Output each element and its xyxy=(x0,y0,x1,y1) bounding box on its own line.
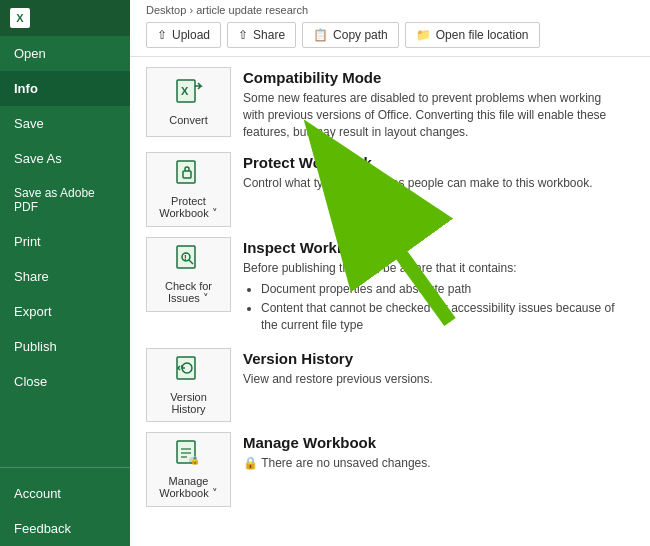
svg-text:!: ! xyxy=(184,253,187,262)
copy-path-button[interactable]: 📋 Copy path xyxy=(302,22,399,48)
info-row-check: ! Check for Issues ˅ Inspect Workbook Be… xyxy=(146,237,634,337)
protect-icon xyxy=(173,159,205,191)
manage-desc-text: There are no unsaved changes. xyxy=(261,456,430,470)
info-row-protect: Protect Workbook ˅ Protect Workbook Cont… xyxy=(146,152,634,227)
protect-label: Protect Workbook ˅ xyxy=(159,195,217,220)
manage-desc: 🔒 There are no unsaved changes. xyxy=(243,455,622,472)
check-desc-item-2: Content that cannot be checked for acces… xyxy=(261,300,622,334)
manage-info-text: Manage Workbook 🔒 There are no unsaved c… xyxy=(231,432,634,474)
copy-icon: 📋 xyxy=(313,28,328,42)
sidebar-item-export[interactable]: Export xyxy=(0,294,130,329)
manage-title: Manage Workbook xyxy=(243,434,622,451)
sidebar-item-account[interactable]: Account xyxy=(0,476,130,511)
main-header: Desktop › article update research ⇧ Uplo… xyxy=(130,0,650,57)
main-content: Desktop › article update research ⇧ Uplo… xyxy=(130,0,650,546)
convert-button[interactable]: X Convert xyxy=(146,67,231,137)
share-button[interactable]: ⇧ Share xyxy=(227,22,296,48)
version-info-text: Version History View and restore previou… xyxy=(231,348,634,390)
app-logo: X xyxy=(0,0,130,36)
sidebar: X Open Info Save Save As Save as Adobe P… xyxy=(0,0,130,546)
convert-icon: X xyxy=(173,78,205,110)
sidebar-item-save-pdf[interactable]: Save as Adobe PDF xyxy=(0,176,130,224)
manage-workbook-button[interactable]: 🔒 Manage Workbook ˅ xyxy=(146,432,231,507)
check-desc-prefix: Before publishing this file, be aware th… xyxy=(243,261,517,275)
info-row-version: Version History Version History View and… xyxy=(146,348,634,422)
info-section: X Convert Compatibility Mode Some new fe… xyxy=(130,57,650,546)
version-label: Version History xyxy=(170,391,207,415)
sidebar-item-save[interactable]: Save xyxy=(0,106,130,141)
sidebar-item-feedback[interactable]: Feedback xyxy=(0,511,130,546)
version-title: Version History xyxy=(243,350,622,367)
check-issues-icon: ! xyxy=(173,244,205,276)
sidebar-item-open[interactable]: Open xyxy=(0,36,130,71)
share-icon: ⇧ xyxy=(238,28,248,42)
open-file-location-label: Open file location xyxy=(436,28,529,42)
open-file-location-button[interactable]: 📁 Open file location xyxy=(405,22,540,48)
protect-desc: Control what types of changes people can… xyxy=(243,175,622,192)
version-history-button[interactable]: Version History xyxy=(146,348,231,422)
convert-title: Compatibility Mode xyxy=(243,69,622,86)
excel-icon: X xyxy=(10,8,30,28)
check-desc-list: Document properties and absolute path Co… xyxy=(261,281,622,333)
action-bar: ⇧ Upload ⇧ Share 📋 Copy path 📁 Open file… xyxy=(146,22,634,48)
sidebar-item-share[interactable]: Share xyxy=(0,259,130,294)
protect-workbook-button[interactable]: Protect Workbook ˅ xyxy=(146,152,231,227)
info-row-convert: X Convert Compatibility Mode Some new fe… xyxy=(146,67,634,142)
share-label: Share xyxy=(253,28,285,42)
upload-button[interactable]: ⇧ Upload xyxy=(146,22,221,48)
svg-text:X: X xyxy=(181,85,189,97)
svg-rect-4 xyxy=(177,161,195,183)
check-info-text: Inspect Workbook Before publishing this … xyxy=(231,237,634,337)
sidebar-item-save-as[interactable]: Save As xyxy=(0,141,130,176)
svg-text:🔒: 🔒 xyxy=(190,455,200,465)
breadcrumb: Desktop › article update research xyxy=(146,4,634,16)
sidebar-bottom: Account Feedback xyxy=(0,459,130,546)
version-desc: View and restore previous versions. xyxy=(243,371,622,388)
upload-label: Upload xyxy=(172,28,210,42)
sidebar-item-close[interactable]: Close xyxy=(0,364,130,399)
convert-desc: Some new features are disabled to preven… xyxy=(243,90,622,140)
manage-label: Manage Workbook ˅ xyxy=(159,475,217,500)
check-desc: Before publishing this file, be aware th… xyxy=(243,260,622,333)
check-issues-button[interactable]: ! Check for Issues ˅ xyxy=(146,237,231,312)
version-history-icon xyxy=(173,355,205,387)
check-issues-label: Check for Issues ˅ xyxy=(165,280,212,305)
sidebar-item-info[interactable]: Info xyxy=(0,71,130,106)
protect-title: Protect Workbook xyxy=(243,154,622,171)
folder-icon: 📁 xyxy=(416,28,431,42)
check-desc-item-1: Document properties and absolute path xyxy=(261,281,622,298)
sidebar-item-publish[interactable]: Publish xyxy=(0,329,130,364)
convert-info-text: Compatibility Mode Some new features are… xyxy=(231,67,634,142)
upload-icon: ⇧ xyxy=(157,28,167,42)
sidebar-item-print[interactable]: Print xyxy=(0,224,130,259)
copy-path-label: Copy path xyxy=(333,28,388,42)
info-row-manage: 🔒 Manage Workbook ˅ Manage Workbook 🔒 Th… xyxy=(146,432,634,507)
convert-label: Convert xyxy=(169,114,208,126)
protect-info-text: Protect Workbook Control what types of c… xyxy=(231,152,634,194)
lock-inline-icon: 🔒 xyxy=(243,456,258,470)
sidebar-divider xyxy=(0,467,130,468)
check-title: Inspect Workbook xyxy=(243,239,622,256)
manage-workbook-icon: 🔒 xyxy=(173,439,205,471)
